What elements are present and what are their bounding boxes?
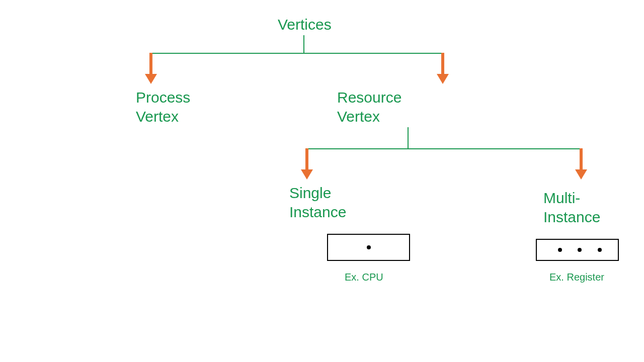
dot-icon: [598, 248, 602, 252]
arrow-to-resource: [441, 53, 444, 76]
multi-instance-label: Multi- Instance: [543, 189, 600, 226]
dot-icon: [578, 248, 582, 252]
dot-icon: [367, 245, 371, 249]
hline-level1: [151, 53, 443, 54]
arrow-to-single: [305, 148, 308, 171]
stem-root: [303, 35, 304, 53]
process-line1: Process: [136, 89, 190, 106]
multi-example: Ex. Register: [549, 272, 604, 283]
single-instance-label: Single Instance: [289, 184, 346, 221]
resource-line2: Vertex: [337, 108, 380, 125]
root-label: Vertices: [278, 15, 332, 34]
arrow-to-process: [149, 53, 152, 76]
arrow-to-multi: [580, 148, 583, 171]
process-vertex-label: Process Vertex: [136, 88, 190, 126]
stem-resource: [408, 127, 409, 148]
single-line1: Single: [289, 185, 331, 201]
resource-line1: Resource: [337, 89, 401, 106]
multi-line2: Instance: [543, 209, 600, 225]
single-instance-box: [327, 234, 410, 261]
multi-line1: Multi-: [543, 190, 580, 206]
single-line2: Instance: [289, 204, 346, 220]
resource-vertex-label: Resource Vertex: [337, 88, 401, 126]
single-example: Ex. CPU: [345, 272, 383, 283]
dot-icon: [558, 248, 562, 252]
multi-instance-box: [536, 239, 619, 261]
process-line2: Vertex: [136, 108, 179, 125]
hline-level2: [307, 148, 581, 149]
